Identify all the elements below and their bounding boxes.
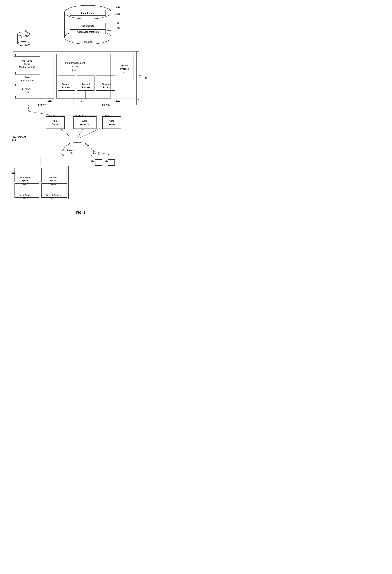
- network-label: Network 114: [67, 149, 76, 154]
- app-metadata-box: Application Metadata: [70, 29, 106, 34]
- sys-db-label: Sys. DB: [18, 35, 30, 38]
- ref-200-n: 200N: [104, 115, 110, 117]
- fig-caption: FIG. 2: [0, 211, 161, 215]
- client-device-1: [95, 159, 102, 166]
- tenant-db-cylinder: Tenant Space Tenant Data Application Met…: [64, 5, 112, 44]
- tenant2-process-label: Tenant 2 Process: [77, 79, 95, 93]
- pl-soql-box: PL/SOQL 234: [14, 86, 40, 96]
- ref-128: 128: [116, 99, 120, 102]
- app-setup-mechanism-box: Application Setup Mechanism 238: [14, 56, 40, 72]
- network-cloud: [59, 142, 95, 160]
- appl-server-n1-box: Appl. Server N-1: [73, 116, 97, 129]
- processor-system-label: Processor System 112A: [13, 174, 38, 188]
- tenantn-process-label: Tenant N Process: [97, 79, 116, 93]
- ref-200-1: 200₁: [48, 115, 53, 117]
- ref-200-n1: 200N-1: [75, 115, 83, 117]
- ref-214: 214: [117, 21, 120, 24]
- ref-122: 122: [116, 5, 120, 8]
- api-label: API 232: [11, 102, 73, 108]
- ref-112-1: 112: [91, 159, 95, 162]
- save-routines-box: Save Routines 236: [14, 74, 40, 84]
- ref-116: 116: [143, 77, 147, 80]
- tenant-db-label: Tenant DB: [64, 41, 112, 43]
- ref-125: 125: [25, 43, 29, 46]
- diagram-container: Tenant Space Tenant Data Application Met…: [0, 0, 161, 226]
- ref-216: 216: [117, 27, 120, 30]
- tenant-mgmt-label: Tenant Management Process 210: [56, 56, 92, 77]
- appl-server-1-box: Appl. Server: [46, 116, 65, 129]
- ref-112-2: 112: [104, 159, 108, 162]
- input-system-label: Input System 112C: [13, 190, 38, 204]
- ref-212: 212: [117, 13, 120, 15]
- client-device-2: [108, 159, 115, 166]
- tenant-space-box: Tenant Space: [70, 10, 106, 16]
- ui-label: UI 230: [74, 102, 138, 108]
- tenant1-process-label: Tenant 1 Process: [58, 79, 75, 93]
- ref-118: 118: [48, 99, 52, 102]
- ref-124: 124: [25, 30, 29, 32]
- tenant-data-box: Tenant Data: [70, 23, 106, 28]
- output-system-label: Output System 112D: [41, 190, 66, 204]
- memory-system-label: Memory System 112B: [41, 174, 66, 188]
- environment-label: Environment 110: [12, 136, 26, 141]
- system-process-label: System Process 202: [114, 56, 136, 82]
- appl-server-n-box: Appl. Server: [102, 116, 121, 129]
